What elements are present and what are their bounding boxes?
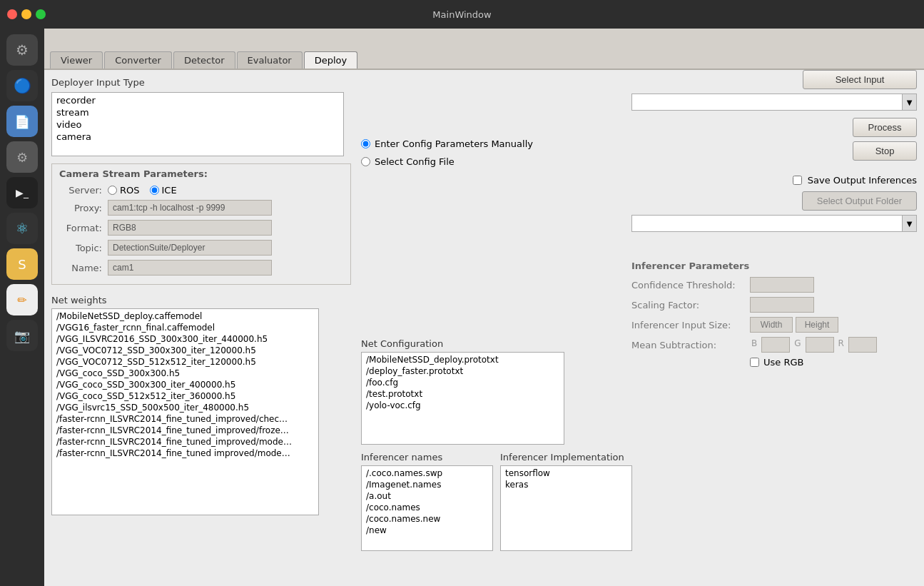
output-combo-arrow[interactable]: ▼ xyxy=(903,215,917,232)
inferencer-impl-list[interactable]: tensorflow keras xyxy=(500,465,632,551)
height-input[interactable] xyxy=(796,317,838,333)
nw-item-9[interactable]: /faster-rcnn_ILSVRC2014_fine_tuned_impro… xyxy=(54,413,317,425)
net-weights-list[interactable]: /MobileNetSSD_deploy.caffemodel /VGG16_f… xyxy=(51,308,319,515)
format-input[interactable] xyxy=(108,220,272,236)
input-combo-arrow[interactable]: ▼ xyxy=(903,94,917,111)
chrome-icon: 🔵 xyxy=(14,77,31,94)
dock-slack[interactable]: S xyxy=(6,248,38,280)
net-config-list[interactable]: /MobileNetSSD_deploy.prototxt /deploy_fa… xyxy=(361,352,564,445)
tab-converter[interactable]: Converter xyxy=(104,51,172,69)
enter-config-radio[interactable] xyxy=(361,139,370,148)
select-output-row: Select Output Folder xyxy=(631,191,917,211)
nw-item-1[interactable]: /VGG16_faster_rcnn_final.caffemodel xyxy=(54,322,317,333)
minimize-button[interactable] xyxy=(21,9,31,19)
dock-system[interactable]: ⚙ xyxy=(6,141,38,173)
nw-item-2[interactable]: /VGG_ILSVRC2016_SSD_300x300_iter_440000.… xyxy=(54,333,317,345)
b-input[interactable] xyxy=(761,337,790,353)
input-type-recorder[interactable]: recorder xyxy=(54,94,342,106)
ros-radio-label[interactable]: ROS xyxy=(108,185,140,196)
save-output-checkbox[interactable] xyxy=(793,176,802,185)
scaling-factor-input[interactable] xyxy=(750,297,814,313)
g-input[interactable] xyxy=(806,337,834,353)
nw-item-7[interactable]: /VGG_coco_SSD_512x512_iter_360000.h5 xyxy=(54,390,317,402)
nc-item-4[interactable]: /yolo-voc.cfg xyxy=(363,400,562,411)
dock-terminal[interactable]: ▶_ xyxy=(6,177,38,208)
select-config-label: Select Config File xyxy=(375,156,455,167)
output-combo-box[interactable] xyxy=(631,215,903,232)
atom-icon: ⚛ xyxy=(16,220,29,237)
process-button[interactable]: Process xyxy=(853,118,917,137)
inferencer-names-list[interactable]: /.coco.names.swp /Imagenet.names /a.out … xyxy=(361,465,493,551)
dock-settings[interactable]: ⚙ xyxy=(6,34,38,66)
name-label: Name: xyxy=(59,263,102,273)
dock-files[interactable]: 📄 xyxy=(6,106,38,137)
sketch-icon: ✏ xyxy=(17,293,26,307)
maximize-button[interactable] xyxy=(36,9,46,19)
nw-item-3[interactable]: /VGG_VOC0712_SSD_300x300_iter_120000.h5 xyxy=(54,345,317,356)
input-combo-box[interactable] xyxy=(631,94,903,111)
proxy-input[interactable] xyxy=(108,200,272,216)
inferencer-row: Inferencer names /.coco.names.swp /Image… xyxy=(361,452,575,551)
nw-item-10[interactable]: /faster-rcnn_ILSVRC2014_fine_tuned_impro… xyxy=(54,425,317,436)
tab-deploy[interactable]: Deploy xyxy=(304,51,358,69)
os-dock: ⚙ 🔵 📄 ⚙ ▶_ ⚛ S ✏ 📷 xyxy=(0,29,44,586)
tab-evaluator[interactable]: Evaluator xyxy=(237,51,303,69)
in-item-2[interactable]: /a.out xyxy=(363,490,491,502)
in-item-0[interactable]: /.coco.names.swp xyxy=(363,468,491,479)
g-label: G xyxy=(793,337,802,353)
input-type-stream[interactable]: stream xyxy=(54,106,342,118)
nw-item-4[interactable]: /VGG_VOC0712_SSD_512x512_iter_120000.h5 xyxy=(54,356,317,368)
ii-item-0[interactable]: tensorflow xyxy=(502,468,630,479)
input-type-camera[interactable]: camera xyxy=(54,131,342,143)
width-input[interactable] xyxy=(750,317,793,333)
in-item-5[interactable]: /new xyxy=(363,525,491,536)
dock-sketch[interactable]: ✏ xyxy=(6,284,38,315)
ice-radio-label[interactable]: ICE xyxy=(150,185,177,196)
input-type-video[interactable]: video xyxy=(54,118,342,131)
confidence-threshold-input[interactable] xyxy=(750,277,814,293)
tab-viewer[interactable]: Viewer xyxy=(50,51,103,69)
nw-item-8[interactable]: /VGG_ilsvrc15_SSD_500x500_iter_480000.h5 xyxy=(54,402,317,413)
in-item-3[interactable]: /coco.names xyxy=(363,502,491,513)
ice-radio[interactable] xyxy=(150,186,159,195)
select-config-radio[interactable] xyxy=(361,157,370,166)
nc-item-2[interactable]: /foo.cfg xyxy=(363,377,562,388)
nw-item-0[interactable]: /MobileNetSSD_deploy.caffemodel xyxy=(54,310,317,322)
select-output-folder-button[interactable]: Select Output Folder xyxy=(802,191,917,211)
tab-detector[interactable]: Detector xyxy=(173,51,235,69)
nw-item-6[interactable]: /VGG_coco_SSD_300x300_iter_400000.h5 xyxy=(54,379,317,390)
config-options: Enter Config Parameters Manually Select … xyxy=(361,138,575,167)
dock-chrome[interactable]: 🔵 xyxy=(6,70,38,101)
middle-panel: Enter Config Parameters Manually Select … xyxy=(361,138,575,551)
in-item-1[interactable]: /Imagenet.names xyxy=(363,479,491,490)
in-item-4[interactable]: /coco.names.new xyxy=(363,513,491,525)
topic-row: Topic: xyxy=(59,240,343,256)
camera-params-label: Camera Stream Parameters: xyxy=(59,168,343,179)
window-title: MainWindow xyxy=(432,9,491,20)
nw-item-12[interactable]: /faster-rcnn_ILSVRC2014_fine_tuned impro… xyxy=(54,448,317,459)
inferencer-impl-label: Inferencer Implementation xyxy=(500,452,632,463)
input-type-list[interactable]: recorder stream video camera xyxy=(51,92,344,156)
server-radio-group: ROS ICE xyxy=(108,185,177,196)
r-input[interactable] xyxy=(848,337,877,353)
close-button[interactable] xyxy=(7,9,17,19)
input-combo-row: ▼ xyxy=(631,94,917,111)
select-input-button[interactable]: Select Input xyxy=(803,70,917,89)
nc-item-0[interactable]: /MobileNetSSD_deploy.prototxt xyxy=(363,354,562,365)
nw-item-11[interactable]: /faster-rcnn_ILSVRC2014_fine_tuned_impro… xyxy=(54,436,317,448)
nc-item-1[interactable]: /deploy_faster.prototxt xyxy=(363,365,562,377)
stop-button[interactable]: Stop xyxy=(853,141,917,161)
net-weights-section: Net weights /MobileNetSSD_deploy.caffemo… xyxy=(51,295,319,515)
nw-item-5[interactable]: /VGG_coco_SSD_300x300.h5 xyxy=(54,368,317,379)
nc-item-3[interactable]: /test.prototxt xyxy=(363,388,562,400)
name-input[interactable] xyxy=(108,260,272,276)
stop-button-row: Stop xyxy=(631,141,917,161)
use-rgb-label-row[interactable]: Use RGB xyxy=(750,357,803,368)
dock-camera[interactable]: 📷 xyxy=(6,320,38,351)
ii-item-1[interactable]: keras xyxy=(502,479,630,490)
topic-input[interactable] xyxy=(108,240,272,256)
ros-radio[interactable] xyxy=(108,186,117,195)
format-label: Format: xyxy=(59,223,102,233)
dock-atom[interactable]: ⚛ xyxy=(6,213,38,244)
use-rgb-checkbox[interactable] xyxy=(750,358,759,367)
